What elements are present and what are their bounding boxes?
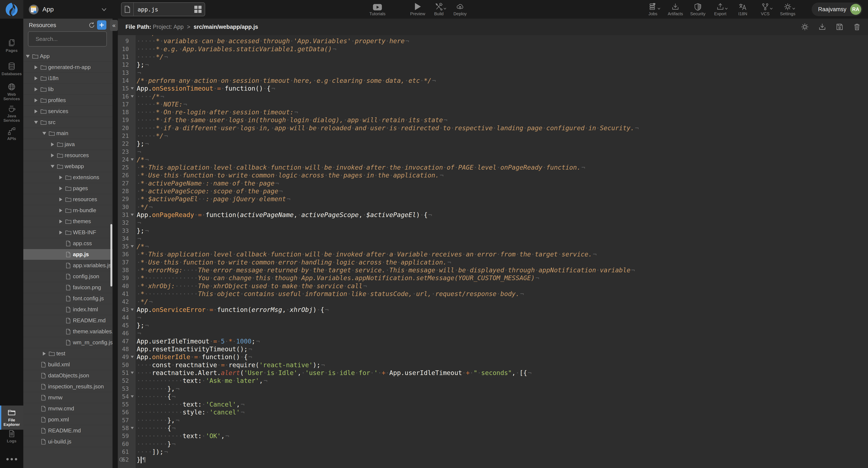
code-line-29[interactable]: 29·*·$activePageEl··:·page·jQuery·elemen… (118, 195, 868, 203)
project-name[interactable]: App (42, 0, 54, 19)
code-line-46[interactable]: 46¬ (118, 329, 868, 337)
code-line-21[interactable]: 21·····*/¬ (118, 132, 868, 140)
code-line-9[interactable]: 9·····*·variables·can·be·accessed·throug… (118, 37, 868, 45)
code-line-55[interactable]: 55············text:·'Cancel',¬ (118, 400, 868, 408)
tree-row-profiles[interactable]: profiles (23, 95, 113, 106)
code-line-43[interactable]: 43App.onServiceError·=·function(errorMsg… (118, 306, 868, 313)
tree-row-app-variables-js[interactable]: app.variables.js (23, 260, 113, 271)
tree-row-mvnw-cmd[interactable]: mvnw.cmd (23, 403, 113, 414)
code-line-16[interactable]: 16····/*¬ (118, 92, 868, 100)
fold-caret-icon[interactable] (129, 372, 135, 374)
tree-row-resources[interactable]: resources (23, 194, 113, 205)
tree-row-src[interactable]: src (23, 117, 113, 128)
i18n-button[interactable]: I18N (734, 2, 752, 16)
code-line-47[interactable]: 47App.userIdleTimeout·=·5·*·1000;¬ (118, 337, 868, 345)
code-line-54[interactable]: 54········{¬ (118, 393, 868, 400)
tree-row-web-inf[interactable]: WEB-INF (23, 227, 113, 238)
code-line-22[interactable]: 22};¬ (118, 140, 868, 147)
caret-collapsed-icon[interactable] (33, 98, 39, 102)
code-line-50[interactable]: 50····const·reactnative·=·require('react… (118, 361, 868, 369)
tree-row-test[interactable]: test (23, 348, 113, 359)
code-line-60[interactable]: 60········}¬ (118, 440, 868, 448)
code-line-26[interactable]: 26·*·Use·this·function·to·write·common·l… (118, 171, 868, 179)
tree-scrollbar[interactable] (111, 224, 112, 287)
code-line-8[interactable]: 8····/*¬ (118, 35, 868, 37)
code-line-45[interactable]: 45};¬ (118, 322, 868, 329)
export-button[interactable]: Export (711, 2, 730, 16)
code-line-39[interactable]: 39·*··············You·can·change·this·th… (118, 274, 868, 282)
code-line-11[interactable]: 11·····*/¬ (118, 53, 868, 61)
tree-row-config-json[interactable]: config.json (23, 271, 113, 282)
fold-caret-icon[interactable] (129, 214, 135, 216)
caret-collapsed-icon[interactable] (58, 175, 64, 179)
file-download-button[interactable] (818, 23, 826, 31)
code-line-10[interactable]: 10·····*·e.g.·App.Variables.staticVariab… (118, 45, 868, 53)
tree-row-inspection-results-json[interactable]: inspection_results.json (23, 381, 113, 392)
caret-expanded-icon[interactable] (41, 132, 48, 135)
tree-row-build-xml[interactable]: build.xml (23, 359, 113, 370)
code-line-28[interactable]: 28·*·activePageScope:·scope·of·the·page¬ (118, 187, 868, 195)
code-line-19[interactable]: 19·····*·if·the·same·user·logs·in(throug… (118, 116, 868, 124)
sidebar-item-java-services[interactable]: JavaServices (0, 104, 23, 123)
fold-caret-icon[interactable] (129, 395, 135, 398)
code-line-61[interactable]: 61····]);¬ (118, 448, 868, 456)
caret-expanded-icon[interactable] (25, 55, 31, 58)
code-line-38[interactable]: 38·*·errorMsg:····The·error·message·retu… (118, 266, 868, 274)
tree-row-pom-xml[interactable]: pom.xml (23, 414, 113, 425)
code-line-13[interactable]: 13¬ (118, 69, 868, 76)
tree-row-rn-bundle[interactable]: rn-bundle (23, 205, 113, 216)
tree-row-app-js[interactable]: app.js (23, 249, 113, 260)
file-save-button[interactable] (836, 23, 843, 31)
code-line-62[interactable]: 62}¶ (118, 456, 868, 464)
code-line-41[interactable]: 41·*··············This·object·contains·u… (118, 290, 868, 298)
code-line-18[interactable]: 18·····*·On·re-login·after·session·timeo… (118, 108, 868, 116)
tree-row-lib[interactable]: lib (23, 84, 113, 95)
artifacts-button[interactable]: Artifacts (666, 2, 684, 16)
sidebar-item-databases[interactable]: Databases (0, 62, 23, 76)
settings-button[interactable]: Settings (779, 2, 797, 16)
caret-collapsed-icon[interactable] (58, 198, 64, 201)
caret-collapsed-icon[interactable] (50, 154, 56, 157)
caret-collapsed-icon[interactable] (58, 187, 64, 190)
code-line-57[interactable]: 57········},¬ (118, 416, 868, 424)
add-resource-button[interactable] (97, 20, 106, 30)
search-input[interactable] (35, 36, 107, 42)
tree-row-pages[interactable]: pages (23, 183, 113, 194)
tree-row-mvnw[interactable]: mvnw (23, 392, 113, 403)
tree-row-generated-rn-app[interactable]: generated-rn-app (23, 62, 113, 73)
tree-row-resources[interactable]: resources (23, 150, 113, 161)
grid-icon[interactable] (194, 5, 202, 13)
security-button[interactable]: Security (689, 2, 707, 16)
sidebar-item-web-services[interactable]: WebServices (0, 83, 23, 101)
caret-collapsed-icon[interactable] (58, 231, 64, 234)
code-line-17[interactable]: 17·····*·NOTE:¬ (118, 100, 868, 108)
code-line-24[interactable]: 24/*¬ (118, 156, 868, 164)
fold-caret-icon[interactable] (129, 245, 135, 247)
code-line-35[interactable]: 35/*¬ (118, 242, 868, 250)
tree-row-font-config-js[interactable]: font.config.js (23, 293, 113, 304)
sidebar-item-file-explorer[interactable]: FileExplorer (0, 405, 23, 430)
refresh-icon[interactable] (88, 22, 95, 29)
file-settings-button[interactable] (801, 23, 809, 31)
code-line-36[interactable]: 36·*·This·application·level·callback·fun… (118, 250, 868, 258)
tree-row-wm-rn-config-js[interactable]: wm_rn_config.js (23, 337, 113, 348)
project-chevron-down-icon[interactable] (100, 5, 108, 13)
sidebar-item-apis[interactable]: APIs (0, 127, 23, 141)
info-annotation-icon[interactable] (119, 457, 124, 462)
tree-row-extensions[interactable]: extensions (23, 172, 113, 183)
code-line-59[interactable]: 59············text:·'OK',¬ (118, 432, 868, 440)
caret-collapsed-icon[interactable] (50, 142, 56, 146)
caret-collapsed-icon[interactable] (41, 352, 48, 356)
build-button[interactable]: Build (430, 2, 448, 16)
tree-row-java[interactable]: java (23, 139, 113, 150)
code-line-48[interactable]: 48App.resetInactivityTimeout();¬ (118, 345, 868, 353)
fold-caret-icon[interactable] (129, 158, 135, 161)
code-line-44[interactable]: 44¬ (118, 313, 868, 322)
caret-collapsed-icon[interactable] (58, 220, 64, 224)
sidebar-item-logs[interactable]: Logs (0, 430, 23, 443)
tree-row-ui-build-js[interactable]: ui-build.js (23, 436, 113, 447)
tab-app-js[interactable]: app.js (121, 2, 205, 16)
fold-caret-icon[interactable] (129, 95, 135, 98)
sidebar-more-button[interactable] (0, 458, 23, 460)
code-line-51[interactable]: 51····reactnative.Alert.alert('User·is·I… (118, 369, 868, 377)
